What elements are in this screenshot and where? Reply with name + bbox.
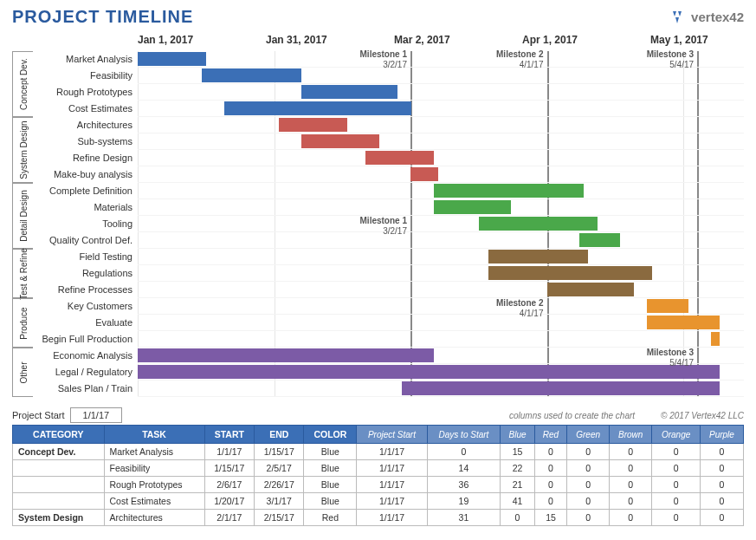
table-cell: System Design xyxy=(13,510,105,526)
task-label: Sub-systems xyxy=(36,133,138,150)
table-cell: 15 xyxy=(501,444,534,460)
header: PROJECT TIMELINE vertex42 xyxy=(0,0,756,30)
table-header: START xyxy=(204,426,254,444)
task-label: Materials xyxy=(36,199,138,216)
gantt-bar xyxy=(647,316,720,329)
table-cell: 0 xyxy=(534,444,566,460)
meta-row: Project Start 1/1/17 columns used to cre… xyxy=(12,407,744,423)
bars-area: Milestone 13/2/17Milestone 24/1/17Milest… xyxy=(138,51,744,117)
table-cell: 0 xyxy=(700,460,743,477)
bar-row xyxy=(138,183,744,199)
gantt-bar xyxy=(138,52,206,66)
date-axis: Jan 1, 2017Jan 31, 2017Mar 2, 2017Apr 1,… xyxy=(138,34,744,51)
table-cell: Blue xyxy=(304,444,357,460)
bar-row xyxy=(138,101,744,117)
axis-tick: May 1, 2017 xyxy=(650,34,756,51)
table-cell: 0 xyxy=(567,444,610,460)
table-subheader: Days to Start xyxy=(427,426,501,444)
data-table: CATEGORYTASKSTARTENDCOLORProject StartDa… xyxy=(12,425,744,526)
bars-area xyxy=(138,117,744,183)
axis-tick: Mar 2, 2017 xyxy=(394,34,522,51)
table-cell: Cost Estimates xyxy=(104,493,204,510)
table-cell: 41 xyxy=(501,493,534,510)
table-cell: 2/5/17 xyxy=(255,460,304,477)
gantt-bar xyxy=(711,332,720,346)
bar-row xyxy=(138,166,744,183)
milestone-label: Milestone 13/2/17 xyxy=(350,49,407,70)
task-label: Regulations xyxy=(36,265,138,282)
task-label: Quality Control Def. xyxy=(36,232,138,249)
logo-text: vertex42 xyxy=(691,10,744,24)
table-cell xyxy=(13,460,105,477)
task-label: Market Analysis xyxy=(36,51,138,68)
table-cell: 0 xyxy=(610,510,652,526)
table-cell: 0 xyxy=(501,510,534,526)
gantt-bar xyxy=(479,217,598,231)
table-cell: 1/1/17 xyxy=(357,460,427,477)
bar-row xyxy=(138,265,744,282)
table-cell: 1/1/17 xyxy=(357,510,427,526)
table-cell: 1/1/17 xyxy=(357,477,427,493)
axis-tick: Jan 1, 2017 xyxy=(138,34,266,51)
table-row: System DesignArchitectures2/1/172/15/17R… xyxy=(13,510,744,526)
table-cell: 19 xyxy=(427,493,501,510)
table-subheader: Project Start xyxy=(357,426,427,444)
group-label: Other xyxy=(12,348,33,397)
table-subheader: Green xyxy=(567,426,610,444)
task-label: Sales Plan / Train xyxy=(36,381,138,397)
task-label: Architectures xyxy=(36,117,138,133)
table-row: Feasibility1/15/172/5/17Blue1/1/17142200… xyxy=(13,460,744,477)
table-subheader: Orange xyxy=(652,426,700,444)
project-start-value: 1/1/17 xyxy=(70,407,123,423)
table-row: Cost Estimates1/20/173/1/17Blue1/1/17194… xyxy=(13,493,744,510)
table-cell: 0 xyxy=(610,460,652,477)
task-label: Make-buy analysis xyxy=(36,166,138,183)
project-start-label: Project Start xyxy=(12,410,65,420)
table-cell: 14 xyxy=(427,460,501,477)
table-cell: 0 xyxy=(534,460,566,477)
gantt-bar xyxy=(402,381,720,395)
table-cell: Architectures xyxy=(104,510,204,526)
bar-row xyxy=(138,117,744,133)
table-row: Rough Prototypes2/6/172/26/17Blue1/1/173… xyxy=(13,477,744,493)
table-cell: Rough Prototypes xyxy=(104,477,204,493)
gantt-chart: Jan 1, 2017Jan 31, 2017Mar 2, 2017Apr 1,… xyxy=(12,34,744,397)
bar-row xyxy=(138,282,744,298)
bar-row xyxy=(138,150,744,166)
bar-row xyxy=(138,331,744,348)
table-cell: 2/26/17 xyxy=(255,477,304,493)
table-cell: 2/15/17 xyxy=(255,510,304,526)
bar-row xyxy=(138,381,744,397)
group-label: Produce xyxy=(12,298,33,348)
task-label: Begin Full Production xyxy=(36,331,138,348)
table-header: CATEGORY xyxy=(13,426,105,444)
table-cell: 22 xyxy=(501,460,534,477)
table-cell: 0 xyxy=(652,444,700,460)
table-subheader: Purple xyxy=(700,426,743,444)
table-cell: 0 xyxy=(610,477,652,493)
bars-area: Milestone 13/2/17 xyxy=(138,183,744,249)
bar-row xyxy=(138,249,744,265)
table-cell: 0 xyxy=(610,444,652,460)
vertex42-logo: vertex42 xyxy=(670,10,744,25)
table-cell: 0 xyxy=(567,477,610,493)
table-cell: 1/1/17 xyxy=(357,493,427,510)
bar-row xyxy=(138,84,744,101)
bar-row xyxy=(138,298,744,315)
table-cell: 0 xyxy=(567,460,610,477)
table-cell: 1/1/17 xyxy=(204,444,254,460)
table-cell: 0 xyxy=(567,493,610,510)
table-cell: 0 xyxy=(652,477,700,493)
bars-area xyxy=(138,249,744,298)
table-cell: 1/1/17 xyxy=(357,444,427,460)
table-cell: Blue xyxy=(304,477,357,493)
group-label: System Design xyxy=(12,117,33,183)
logo-icon xyxy=(670,10,688,25)
table-subheader: Red xyxy=(534,426,566,444)
table-cell: 2/1/17 xyxy=(204,510,254,526)
table-subheader: Brown xyxy=(610,426,652,444)
table-cell: 0 xyxy=(700,477,743,493)
table-cell: Feasibility xyxy=(104,460,204,477)
table-cell: 0 xyxy=(700,510,743,526)
table-row: Concept Dev.Market Analysis1/1/171/15/17… xyxy=(13,444,744,460)
